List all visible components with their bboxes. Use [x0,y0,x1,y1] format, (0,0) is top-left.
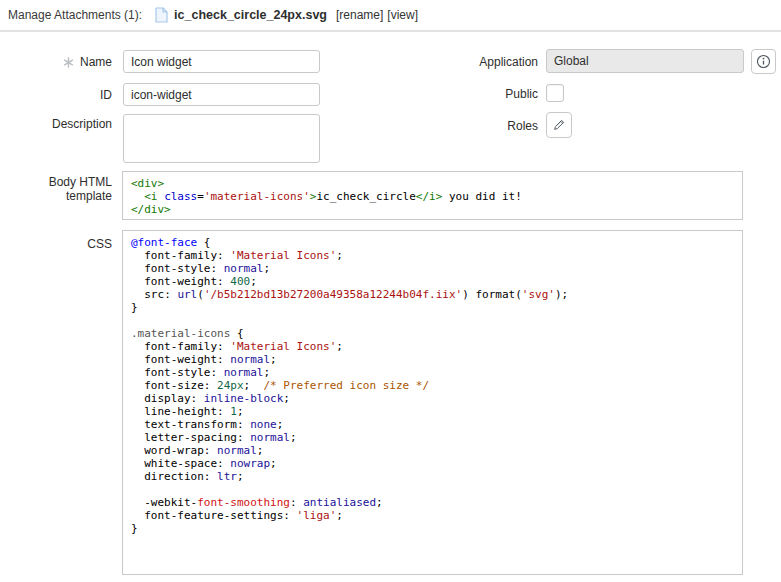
public-label: Public [400,87,538,101]
description-textarea[interactable] [123,114,320,163]
body-html-editor[interactable]: <div> <i class='material-icons'>ic_check… [122,171,743,220]
manage-attachments-label: Manage Attachments (1): [8,8,142,22]
css-label: CSS [0,237,112,251]
body-html-template-label: Body HTML template [0,175,112,203]
name-label-text: Name [80,55,112,69]
attachment-bar: Manage Attachments (1): ic_check_circle_… [0,0,781,32]
css-editor[interactable]: @font-face { font-family: 'Material Icon… [122,230,743,575]
name-label: Name [0,55,112,69]
css-label-text: CSS [87,237,112,251]
info-icon [756,54,771,69]
application-label-text: Application [479,55,538,69]
public-label-text: Public [505,87,538,101]
id-label-text: ID [100,88,112,102]
description-label: Description [0,117,112,131]
application-input [546,49,744,73]
application-label: Application [400,55,538,69]
pencil-icon [552,118,566,132]
name-input[interactable] [123,50,320,73]
roles-label-text: Roles [507,119,538,133]
body-html-template-label-text: Body HTML template [0,175,112,203]
rename-link[interactable]: [rename] [336,8,383,22]
roles-label: Roles [400,119,538,133]
public-checkbox[interactable] [546,84,564,102]
attachment-filename[interactable]: ic_check_circle_24px.svg [174,8,327,22]
view-link[interactable]: [view] [387,8,418,22]
roles-edit-button[interactable] [546,112,572,138]
id-label: ID [0,88,112,102]
file-icon [155,7,168,23]
application-info-button[interactable] [751,49,776,74]
description-label-text: Description [52,117,112,131]
id-input[interactable] [123,83,320,106]
required-asterisk-icon [63,57,74,68]
